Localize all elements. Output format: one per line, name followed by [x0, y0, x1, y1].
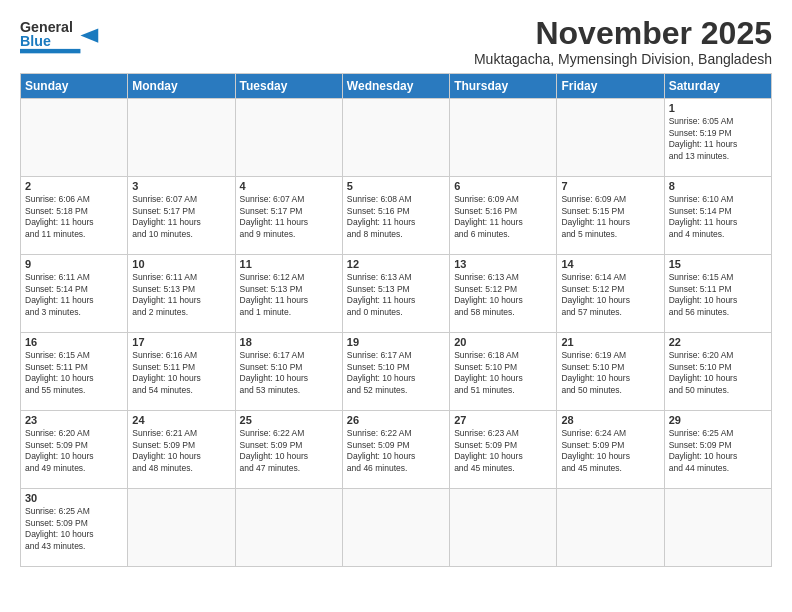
- svg-rect-3: [20, 49, 80, 53]
- cell-date-number: 7: [561, 180, 659, 192]
- calendar-table: Sunday Monday Tuesday Wednesday Thursday…: [20, 73, 772, 567]
- cell-sun-info: Sunrise: 6:11 AM Sunset: 5:13 PM Dayligh…: [132, 272, 230, 318]
- table-row: 11Sunrise: 6:12 AM Sunset: 5:13 PM Dayli…: [235, 255, 342, 333]
- cell-date-number: 27: [454, 414, 552, 426]
- table-row: 12Sunrise: 6:13 AM Sunset: 5:13 PM Dayli…: [342, 255, 449, 333]
- table-row: [342, 489, 449, 567]
- cell-date-number: 3: [132, 180, 230, 192]
- page: General Blue November 2025 Muktagacha, M…: [0, 0, 792, 612]
- table-row: 29Sunrise: 6:25 AM Sunset: 5:09 PM Dayli…: [664, 411, 771, 489]
- table-row: 30Sunrise: 6:25 AM Sunset: 5:09 PM Dayli…: [21, 489, 128, 567]
- cell-sun-info: Sunrise: 6:09 AM Sunset: 5:15 PM Dayligh…: [561, 194, 659, 240]
- table-row: 27Sunrise: 6:23 AM Sunset: 5:09 PM Dayli…: [450, 411, 557, 489]
- col-monday: Monday: [128, 74, 235, 99]
- cell-sun-info: Sunrise: 6:20 AM Sunset: 5:09 PM Dayligh…: [25, 428, 123, 474]
- cell-sun-info: Sunrise: 6:15 AM Sunset: 5:11 PM Dayligh…: [25, 350, 123, 396]
- table-row: 2Sunrise: 6:06 AM Sunset: 5:18 PM Daylig…: [21, 177, 128, 255]
- cell-date-number: 14: [561, 258, 659, 270]
- calendar-week-row: 30Sunrise: 6:25 AM Sunset: 5:09 PM Dayli…: [21, 489, 772, 567]
- cell-date-number: 19: [347, 336, 445, 348]
- cell-date-number: 17: [132, 336, 230, 348]
- cell-date-number: 28: [561, 414, 659, 426]
- col-tuesday: Tuesday: [235, 74, 342, 99]
- svg-text:Blue: Blue: [20, 33, 51, 49]
- table-row: 28Sunrise: 6:24 AM Sunset: 5:09 PM Dayli…: [557, 411, 664, 489]
- cell-date-number: 21: [561, 336, 659, 348]
- table-row: 6Sunrise: 6:09 AM Sunset: 5:16 PM Daylig…: [450, 177, 557, 255]
- cell-sun-info: Sunrise: 6:09 AM Sunset: 5:16 PM Dayligh…: [454, 194, 552, 240]
- cell-date-number: 25: [240, 414, 338, 426]
- cell-sun-info: Sunrise: 6:15 AM Sunset: 5:11 PM Dayligh…: [669, 272, 767, 318]
- calendar-header-row: Sunday Monday Tuesday Wednesday Thursday…: [21, 74, 772, 99]
- cell-date-number: 29: [669, 414, 767, 426]
- table-row: 3Sunrise: 6:07 AM Sunset: 5:17 PM Daylig…: [128, 177, 235, 255]
- table-row: 21Sunrise: 6:19 AM Sunset: 5:10 PM Dayli…: [557, 333, 664, 411]
- calendar-week-row: 23Sunrise: 6:20 AM Sunset: 5:09 PM Dayli…: [21, 411, 772, 489]
- cell-sun-info: Sunrise: 6:21 AM Sunset: 5:09 PM Dayligh…: [132, 428, 230, 474]
- table-row: 26Sunrise: 6:22 AM Sunset: 5:09 PM Dayli…: [342, 411, 449, 489]
- cell-date-number: 11: [240, 258, 338, 270]
- cell-date-number: 22: [669, 336, 767, 348]
- table-row: 15Sunrise: 6:15 AM Sunset: 5:11 PM Dayli…: [664, 255, 771, 333]
- cell-sun-info: Sunrise: 6:12 AM Sunset: 5:13 PM Dayligh…: [240, 272, 338, 318]
- cell-sun-info: Sunrise: 6:25 AM Sunset: 5:09 PM Dayligh…: [25, 506, 123, 552]
- calendar-week-row: 16Sunrise: 6:15 AM Sunset: 5:11 PM Dayli…: [21, 333, 772, 411]
- table-row: 18Sunrise: 6:17 AM Sunset: 5:10 PM Dayli…: [235, 333, 342, 411]
- cell-sun-info: Sunrise: 6:13 AM Sunset: 5:12 PM Dayligh…: [454, 272, 552, 318]
- cell-sun-info: Sunrise: 6:13 AM Sunset: 5:13 PM Dayligh…: [347, 272, 445, 318]
- table-row: 1Sunrise: 6:05 AM Sunset: 5:19 PM Daylig…: [664, 99, 771, 177]
- col-friday: Friday: [557, 74, 664, 99]
- cell-date-number: 6: [454, 180, 552, 192]
- cell-date-number: 20: [454, 336, 552, 348]
- cell-sun-info: Sunrise: 6:08 AM Sunset: 5:16 PM Dayligh…: [347, 194, 445, 240]
- calendar-week-row: 2Sunrise: 6:06 AM Sunset: 5:18 PM Daylig…: [21, 177, 772, 255]
- cell-date-number: 1: [669, 102, 767, 114]
- table-row: [557, 99, 664, 177]
- table-row: [128, 489, 235, 567]
- cell-date-number: 10: [132, 258, 230, 270]
- cell-date-number: 5: [347, 180, 445, 192]
- page-title: November 2025: [474, 16, 772, 51]
- calendar-week-row: 1Sunrise: 6:05 AM Sunset: 5:19 PM Daylig…: [21, 99, 772, 177]
- cell-sun-info: Sunrise: 6:06 AM Sunset: 5:18 PM Dayligh…: [25, 194, 123, 240]
- table-row: 13Sunrise: 6:13 AM Sunset: 5:12 PM Dayli…: [450, 255, 557, 333]
- cell-date-number: 15: [669, 258, 767, 270]
- cell-sun-info: Sunrise: 6:14 AM Sunset: 5:12 PM Dayligh…: [561, 272, 659, 318]
- table-row: [235, 489, 342, 567]
- table-row: [342, 99, 449, 177]
- table-row: 5Sunrise: 6:08 AM Sunset: 5:16 PM Daylig…: [342, 177, 449, 255]
- col-saturday: Saturday: [664, 74, 771, 99]
- col-wednesday: Wednesday: [342, 74, 449, 99]
- svg-marker-2: [80, 28, 98, 42]
- table-row: 4Sunrise: 6:07 AM Sunset: 5:17 PM Daylig…: [235, 177, 342, 255]
- cell-sun-info: Sunrise: 6:25 AM Sunset: 5:09 PM Dayligh…: [669, 428, 767, 474]
- table-row: 14Sunrise: 6:14 AM Sunset: 5:12 PM Dayli…: [557, 255, 664, 333]
- cell-date-number: 23: [25, 414, 123, 426]
- title-block: November 2025 Muktagacha, Mymensingh Div…: [474, 16, 772, 67]
- cell-sun-info: Sunrise: 6:17 AM Sunset: 5:10 PM Dayligh…: [240, 350, 338, 396]
- cell-sun-info: Sunrise: 6:18 AM Sunset: 5:10 PM Dayligh…: [454, 350, 552, 396]
- cell-sun-info: Sunrise: 6:20 AM Sunset: 5:10 PM Dayligh…: [669, 350, 767, 396]
- table-row: [557, 489, 664, 567]
- cell-date-number: 12: [347, 258, 445, 270]
- table-row: [664, 489, 771, 567]
- calendar-week-row: 9Sunrise: 6:11 AM Sunset: 5:14 PM Daylig…: [21, 255, 772, 333]
- cell-date-number: 30: [25, 492, 123, 504]
- table-row: 9Sunrise: 6:11 AM Sunset: 5:14 PM Daylig…: [21, 255, 128, 333]
- cell-date-number: 13: [454, 258, 552, 270]
- cell-date-number: 8: [669, 180, 767, 192]
- cell-date-number: 18: [240, 336, 338, 348]
- cell-sun-info: Sunrise: 6:10 AM Sunset: 5:14 PM Dayligh…: [669, 194, 767, 240]
- cell-sun-info: Sunrise: 6:07 AM Sunset: 5:17 PM Dayligh…: [132, 194, 230, 240]
- table-row: 25Sunrise: 6:22 AM Sunset: 5:09 PM Dayli…: [235, 411, 342, 489]
- cell-date-number: 24: [132, 414, 230, 426]
- col-thursday: Thursday: [450, 74, 557, 99]
- cell-sun-info: Sunrise: 6:17 AM Sunset: 5:10 PM Dayligh…: [347, 350, 445, 396]
- cell-sun-info: Sunrise: 6:19 AM Sunset: 5:10 PM Dayligh…: [561, 350, 659, 396]
- table-row: 16Sunrise: 6:15 AM Sunset: 5:11 PM Dayli…: [21, 333, 128, 411]
- table-row: 19Sunrise: 6:17 AM Sunset: 5:10 PM Dayli…: [342, 333, 449, 411]
- table-row: 7Sunrise: 6:09 AM Sunset: 5:15 PM Daylig…: [557, 177, 664, 255]
- logo-svg: General Blue: [20, 16, 100, 56]
- table-row: 24Sunrise: 6:21 AM Sunset: 5:09 PM Dayli…: [128, 411, 235, 489]
- table-row: [450, 99, 557, 177]
